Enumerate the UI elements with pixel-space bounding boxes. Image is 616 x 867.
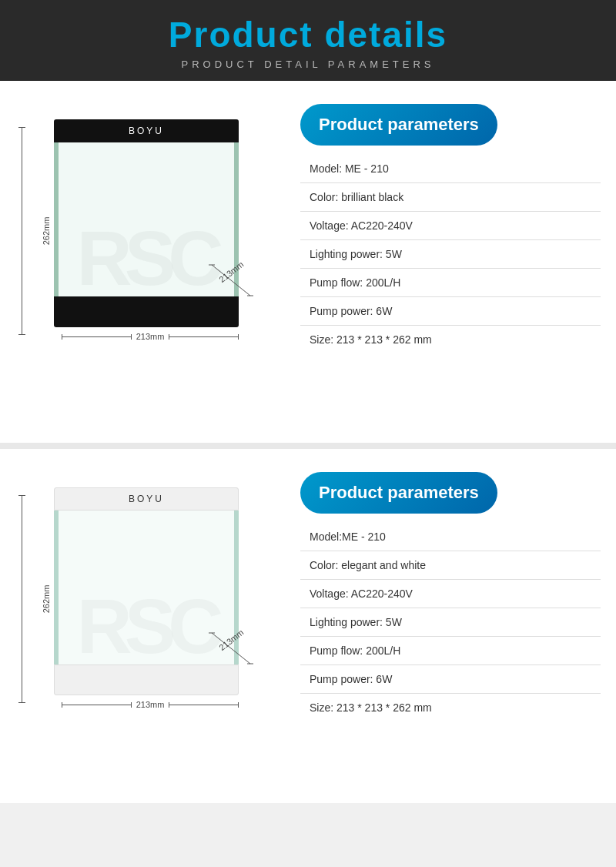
param-row: Size: 213 * 213 * 262 mm bbox=[300, 326, 601, 354]
dim-depth-2: 213mm bbox=[208, 629, 254, 671]
param-label: Pump power: 6W bbox=[300, 297, 601, 326]
brand-label-2: BOYU bbox=[129, 494, 164, 504]
product-diagram-1: RSC 262mm BOYU bbox=[15, 104, 277, 412]
dim-left-2: 262mm bbox=[22, 495, 22, 703]
aquarium-white: BOYU 213mm 213mm bbox=[46, 487, 246, 709]
params-table-1: Model: ME - 210Color: brilliant blackVol… bbox=[300, 155, 601, 353]
param-label: Lighting power: 5W bbox=[300, 240, 601, 269]
params-badge-1: Product parameters bbox=[300, 104, 497, 146]
page-subtitle: PRODUCT DETAIL PARAMETERS bbox=[0, 59, 616, 70]
param-label: Model:ME - 210 bbox=[300, 523, 601, 551]
main-content: RSC 262mm BOYU bbox=[0, 81, 616, 803]
aquarium-black: BOYU 213mm 213mm bbox=[46, 119, 246, 341]
param-label: Pump flow: 200L/H bbox=[300, 637, 601, 665]
param-label: Voltage: AC220-240V bbox=[300, 212, 601, 240]
dim-height-1: 262mm bbox=[42, 217, 51, 246]
param-row: Lighting power: 5W bbox=[300, 608, 601, 637]
param-row: Model:ME - 210 bbox=[300, 523, 601, 551]
param-label: Color: elegant and white bbox=[300, 551, 601, 580]
params-panel-1: Product parameters Model: ME - 210Color:… bbox=[300, 104, 601, 353]
product-row-1: RSC 262mm BOYU bbox=[15, 104, 601, 412]
param-label: Size: 213 * 213 * 262 mm bbox=[300, 326, 601, 354]
tank-lid-white: BOYU bbox=[54, 487, 239, 510]
param-row: Pump power: 6W bbox=[300, 297, 601, 326]
param-label: Color: brilliant black bbox=[300, 183, 601, 212]
param-row: Pump power: 6W bbox=[300, 665, 601, 694]
param-row: Model: ME - 210 bbox=[300, 155, 601, 183]
section-divider bbox=[0, 443, 616, 449]
page-title: Product details bbox=[0, 14, 616, 55]
dim-width-1: 213mm bbox=[136, 332, 165, 341]
dim-depth-1: 213mm bbox=[208, 261, 254, 303]
param-label: Voltage: AC220-240V bbox=[300, 580, 601, 608]
param-row: Pump flow: 200L/H bbox=[300, 637, 601, 665]
param-label: Pump power: 6W bbox=[300, 665, 601, 694]
params-panel-2: Product parameters Model:ME - 210Color: … bbox=[300, 472, 601, 721]
param-label: Pump flow: 200L/H bbox=[300, 269, 601, 297]
product-diagram-2: RSC 262mm BOYU bbox=[15, 472, 277, 780]
params-table-2: Model:ME - 210Color: elegant and whiteVo… bbox=[300, 523, 601, 721]
product-row-2: RSC 262mm BOYU bbox=[15, 472, 601, 780]
param-row: Color: brilliant black bbox=[300, 183, 601, 212]
param-row: Color: elegant and white bbox=[300, 551, 601, 580]
param-row: Voltage: AC220-240V bbox=[300, 212, 601, 240]
dim-bottom-2: 213mm bbox=[54, 700, 239, 709]
param-row: Voltage: AC220-240V bbox=[300, 580, 601, 608]
params-badge-2: Product parameters bbox=[300, 472, 497, 514]
param-label: Model: ME - 210 bbox=[300, 155, 601, 183]
param-label: Size: 213 * 213 * 262 mm bbox=[300, 694, 601, 722]
dim-left-1: 262mm bbox=[22, 127, 22, 335]
page-header: Product details PRODUCT DETAIL PARAMETER… bbox=[0, 0, 616, 81]
param-row: Pump flow: 200L/H bbox=[300, 269, 601, 297]
param-row: Lighting power: 5W bbox=[300, 240, 601, 269]
tank-lid-black: BOYU bbox=[54, 119, 239, 142]
param-label: Lighting power: 5W bbox=[300, 608, 601, 637]
dim-width-2: 213mm bbox=[136, 700, 165, 709]
param-row: Size: 213 * 213 * 262 mm bbox=[300, 694, 601, 722]
brand-label-1: BOYU bbox=[129, 126, 164, 136]
dim-bottom-1: 213mm bbox=[54, 332, 239, 341]
